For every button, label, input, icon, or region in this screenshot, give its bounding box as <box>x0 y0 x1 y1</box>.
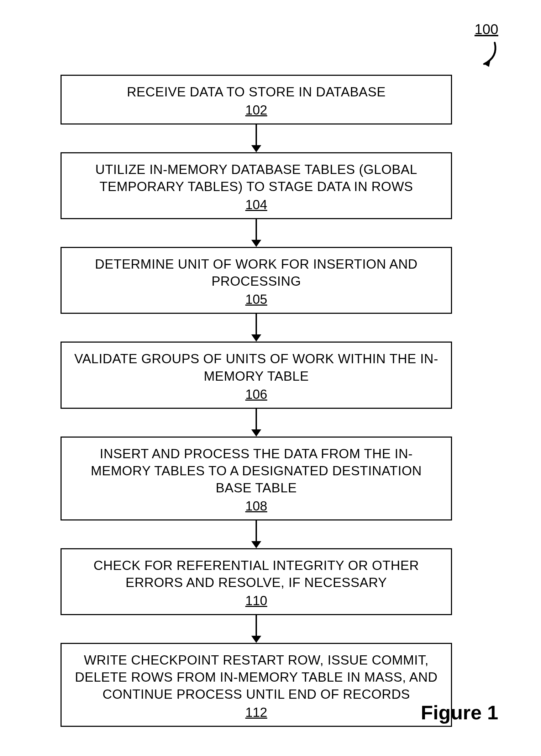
flow-connector <box>251 314 261 342</box>
arrow-down-icon <box>251 636 261 643</box>
flow-step-106: VALIDATE GROUPS OF UNITS OF WORK WITHIN … <box>61 342 452 408</box>
flow-connector <box>251 520 261 548</box>
arrow-down-icon <box>251 429 261 437</box>
flow-step-108: INSERT AND PROCESS THE DATA FROM THE IN-… <box>61 437 452 520</box>
connector-line <box>256 314 257 335</box>
flow-step-ref: 110 <box>245 593 267 608</box>
diagram-number-label: 100 <box>474 21 498 37</box>
connector-line <box>256 520 257 542</box>
arrow-down-icon <box>251 541 261 548</box>
flowchart: RECEIVE DATA TO STORE IN DATABASE 102 UT… <box>61 75 452 727</box>
connector-line <box>256 125 257 146</box>
page: 100 RECEIVE DATA TO STORE IN DATABASE 10… <box>0 0 541 756</box>
figure-caption: Figure 1 <box>421 701 498 724</box>
flow-connector <box>251 615 261 643</box>
flow-connector <box>251 219 261 247</box>
flow-step-ref: 112 <box>245 705 267 720</box>
flow-step-112: WRITE CHECKPOINT RESTART ROW, ISSUE COMM… <box>61 643 452 727</box>
flow-step-105: DETERMINE UNIT OF WORK FOR INSERTION AND… <box>61 247 452 314</box>
flow-step-text: VALIDATE GROUPS OF UNITS OF WORK WITHIN … <box>72 350 441 385</box>
flow-step-text: DETERMINE UNIT OF WORK FOR INSERTION AND… <box>72 256 441 290</box>
flow-step-102: RECEIVE DATA TO STORE IN DATABASE 102 <box>61 75 452 125</box>
arrow-down-icon <box>251 334 261 342</box>
flow-step-text: INSERT AND PROCESS THE DATA FROM THE IN-… <box>72 445 441 497</box>
flow-step-text: RECEIVE DATA TO STORE IN DATABASE <box>127 84 385 101</box>
flow-step-ref: 105 <box>245 292 267 307</box>
connector-line <box>256 219 257 240</box>
connector-line <box>256 615 257 636</box>
flow-step-ref: 108 <box>245 499 267 514</box>
flow-step-ref: 102 <box>245 103 267 118</box>
flow-step-110: CHECK FOR REFERENTIAL INTEGRITY OR OTHER… <box>61 548 452 615</box>
flow-step-text: UTILIZE IN-MEMORY DATABASE TABLES (GLOBA… <box>72 161 441 195</box>
flow-step-ref: 104 <box>245 197 267 212</box>
flow-connector <box>251 125 261 152</box>
flow-step-text: WRITE CHECKPOINT RESTART ROW, ISSUE COMM… <box>72 652 441 703</box>
arrow-down-icon <box>251 240 261 247</box>
connector-line <box>256 409 257 430</box>
flow-step-ref: 106 <box>245 387 267 402</box>
curved-arrow-icon <box>470 39 502 71</box>
flow-step-text: CHECK FOR REFERENTIAL INTEGRITY OR OTHER… <box>72 557 441 591</box>
arrow-down-icon <box>251 145 261 152</box>
flow-step-104: UTILIZE IN-MEMORY DATABASE TABLES (GLOBA… <box>61 152 452 219</box>
flow-connector <box>251 409 261 437</box>
